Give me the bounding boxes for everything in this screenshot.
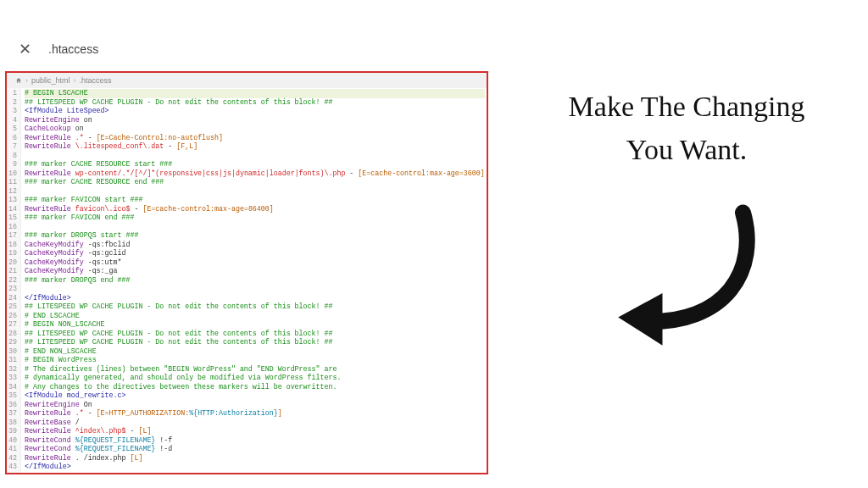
code-line[interactable]: ## LITESPEED WP CACHE PLUGIN - Do not ed…: [25, 302, 485, 312]
code-line[interactable]: CacheKeyModify -qs:fbclid: [25, 241, 485, 250]
breadcrumb-sep: ›: [74, 76, 76, 85]
code-line[interactable]: RewriteEngine On: [25, 401, 485, 410]
annotation-headline: Make The Changing You Want.: [509, 85, 865, 171]
code-line[interactable]: RewriteBase /: [25, 419, 485, 428]
home-icon[interactable]: [15, 77, 22, 84]
code-line[interactable]: CacheKeyModify -qs:gclid: [25, 249, 485, 258]
annotation-panel: Make The Changing You Want.: [509, 85, 865, 358]
code-line[interactable]: RewriteCond %{REQUEST_FILENAME} !-d: [25, 445, 485, 454]
code-line[interactable]: ### marker FAVICON start ###: [25, 196, 485, 205]
code-line[interactable]: # BEGIN WordPress: [25, 356, 485, 365]
code-line[interactable]: RewriteRule favicon\.ico$ - [E=cache-con…: [25, 205, 485, 214]
code-line[interactable]: # Any changes to the directives between …: [25, 383, 485, 392]
code-line[interactable]: RewriteRule .* - [E=Cache-Control:no-aut…: [25, 134, 485, 143]
code-line[interactable]: RewriteCond %{REQUEST_FILENAME} !-f: [25, 436, 485, 446]
title-bar: ✕ .htaccess: [0, 25, 868, 71]
code-line[interactable]: RewriteRule .* - [E=HTTP_AUTHORIZATION:%…: [25, 409, 485, 419]
code-editor[interactable]: 1234567891011121314151617181920212223242…: [7, 88, 487, 473]
code-line[interactable]: # BEGIN NON_LSCACHE: [25, 320, 485, 330]
code-line[interactable]: CacheKeyModify -qs:_ga: [25, 267, 485, 276]
code-line[interactable]: # BEGIN LSCACHE: [25, 89, 485, 98]
code-line[interactable]: [25, 187, 485, 197]
code-line[interactable]: <IfModule mod_rewrite.c>: [25, 391, 485, 401]
code-line[interactable]: # END NON_LSCACHE: [25, 347, 485, 357]
breadcrumb-sep: ›: [25, 76, 28, 85]
code-line[interactable]: </IfModule>: [25, 463, 485, 472]
arrow-icon: [509, 197, 865, 358]
breadcrumb: › public_html › .htaccess: [7, 73, 487, 88]
code-line[interactable]: ## LITESPEED WP CACHE PLUGIN - Do not ed…: [25, 338, 485, 347]
code-line[interactable]: # dynamically generated, and should only…: [25, 374, 485, 383]
code-line[interactable]: ## LITESPEED WP CACHE PLUGIN - Do not ed…: [25, 98, 485, 108]
code-line[interactable]: RewriteEngine on: [25, 116, 485, 125]
code-line[interactable]: ### marker CACHE RESOURCE end ###: [25, 178, 485, 187]
code-line[interactable]: [25, 152, 485, 161]
code-line[interactable]: </IfModule>: [25, 294, 485, 303]
code-line[interactable]: ### marker DROPQS start ###: [25, 231, 485, 241]
code-line[interactable]: [25, 285, 485, 294]
code-line[interactable]: # The directives (lines) between "BEGIN …: [25, 365, 485, 374]
code-line[interactable]: RewriteRule \.litespeed_conf\.dat - [F,L…: [25, 142, 485, 152]
breadcrumb-item[interactable]: .htaccess: [80, 76, 112, 85]
code-line[interactable]: # END LSCACHE: [25, 312, 485, 321]
code-line[interactable]: <IfModule LiteSpeed>: [25, 107, 485, 116]
code-line[interactable]: ### marker FAVICON end ###: [25, 214, 485, 223]
code-line[interactable]: ### marker DROPQS end ###: [25, 276, 485, 286]
code-line[interactable]: RewriteRule . /index.php [L]: [25, 454, 485, 463]
code-line[interactable]: RewriteRule wp-content/.*/[^/]*(responsi…: [25, 169, 485, 179]
code-line[interactable]: ## LITESPEED WP CACHE PLUGIN - Do not ed…: [25, 330, 485, 339]
editor-card: › public_html › .htaccess 12345678910111…: [5, 71, 488, 474]
code-line[interactable]: ### marker CACHE RESOURCE start ###: [25, 160, 485, 169]
file-title: .htaccess: [48, 42, 98, 56]
line-gutter: 1234567891011121314151617181920212223242…: [7, 88, 21, 473]
code-line[interactable]: CacheLookup on: [25, 125, 485, 134]
code-line[interactable]: CacheKeyModify -qs:utm*: [25, 258, 485, 268]
close-icon[interactable]: ✕: [10, 35, 40, 64]
code-line[interactable]: RewriteRule ^index\.php$ - [L]: [25, 427, 485, 436]
code-line[interactable]: [25, 223, 485, 232]
breadcrumb-item[interactable]: public_html: [31, 76, 70, 85]
code-lines[interactable]: # BEGIN LSCACHE## LITESPEED WP CACHE PLU…: [21, 88, 488, 473]
